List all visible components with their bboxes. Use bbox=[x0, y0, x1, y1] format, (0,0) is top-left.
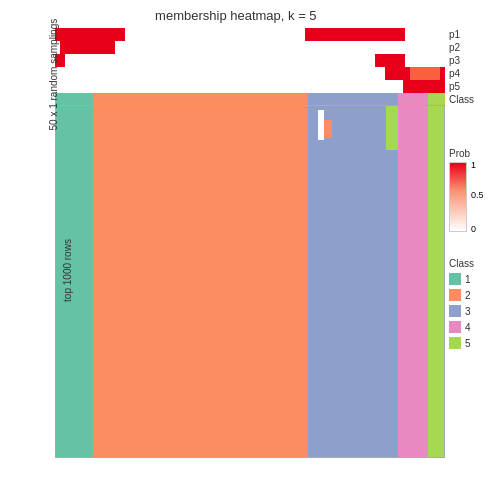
p5-label: p5 bbox=[449, 80, 474, 93]
p4-red2 bbox=[410, 67, 440, 80]
prob-gradient bbox=[449, 162, 467, 232]
p5-row bbox=[55, 80, 445, 93]
class-legend-item-1: 1 bbox=[449, 273, 474, 285]
p1-row bbox=[55, 28, 445, 41]
class-label-5: 5 bbox=[465, 338, 471, 349]
class-swatch-1 bbox=[449, 273, 461, 285]
class-label-1: 1 bbox=[465, 274, 471, 285]
class-legend-item-2: 2 bbox=[449, 289, 474, 301]
prob-label-05: 0.5 bbox=[471, 190, 484, 200]
class-strip-label: Class bbox=[449, 93, 474, 106]
class-seg-5 bbox=[428, 93, 445, 105]
p1-red-right bbox=[305, 28, 405, 41]
p2-red bbox=[60, 41, 115, 54]
prob-legend: Prob 1 0.5 0 bbox=[449, 148, 470, 232]
class-swatch-3 bbox=[449, 305, 461, 317]
p1-label: p1 bbox=[449, 28, 474, 41]
prob-legend-title: Prob bbox=[449, 148, 470, 159]
y-label-top: 50 x 1 random samplings bbox=[48, 41, 59, 131]
col-class5 bbox=[428, 105, 445, 458]
col-class2 bbox=[93, 105, 308, 458]
class-seg-1 bbox=[55, 93, 93, 105]
class-swatch-5 bbox=[449, 337, 461, 349]
p3-red-right bbox=[375, 54, 405, 67]
p1-red-left bbox=[55, 28, 125, 41]
p3-row bbox=[55, 54, 445, 67]
class-legend-item-4: 4 bbox=[449, 321, 474, 333]
class-row bbox=[55, 93, 445, 105]
class-label-4: 4 bbox=[465, 322, 471, 333]
class-label-2: 2 bbox=[465, 290, 471, 301]
class-seg-2 bbox=[93, 93, 308, 105]
chart-container: membership heatmap, k = 5 bbox=[0, 0, 504, 504]
col-class4 bbox=[398, 105, 428, 458]
purple-red-accent bbox=[324, 120, 332, 138]
p2-row bbox=[55, 41, 445, 54]
p3-label: p3 bbox=[449, 54, 474, 67]
top-strips bbox=[55, 28, 445, 98]
legend-area: p1 p2 p3 p4 p5 Class Prob 1 0.5 0 Class bbox=[444, 28, 504, 458]
chart-title: membership heatmap, k = 5 bbox=[155, 8, 317, 23]
body-area bbox=[55, 105, 445, 458]
class-swatch-4 bbox=[449, 321, 461, 333]
col-class3 bbox=[308, 105, 398, 458]
class-legend-title: Class bbox=[449, 258, 474, 269]
heatmap-area bbox=[55, 28, 455, 458]
p5-red bbox=[403, 80, 445, 93]
p4-label: p4 bbox=[449, 67, 474, 80]
class-seg-3 bbox=[308, 93, 398, 105]
p4-row bbox=[55, 67, 445, 80]
class-legend: Class 1 2 3 4 5 bbox=[449, 258, 474, 353]
p-labels: p1 p2 p3 p4 p5 Class bbox=[449, 28, 474, 106]
prob-label-1: 1 bbox=[471, 160, 476, 170]
purple-green-accent bbox=[386, 105, 398, 150]
class-seg-4 bbox=[398, 93, 428, 105]
prob-label-0: 0 bbox=[471, 224, 476, 234]
y-label-bottom: top 1000 rows bbox=[62, 226, 73, 316]
class-legend-item-3: 3 bbox=[449, 305, 474, 317]
p2-label: p2 bbox=[449, 41, 474, 54]
class-swatch-2 bbox=[449, 289, 461, 301]
class-legend-item-5: 5 bbox=[449, 337, 474, 349]
class-label-3: 3 bbox=[465, 306, 471, 317]
